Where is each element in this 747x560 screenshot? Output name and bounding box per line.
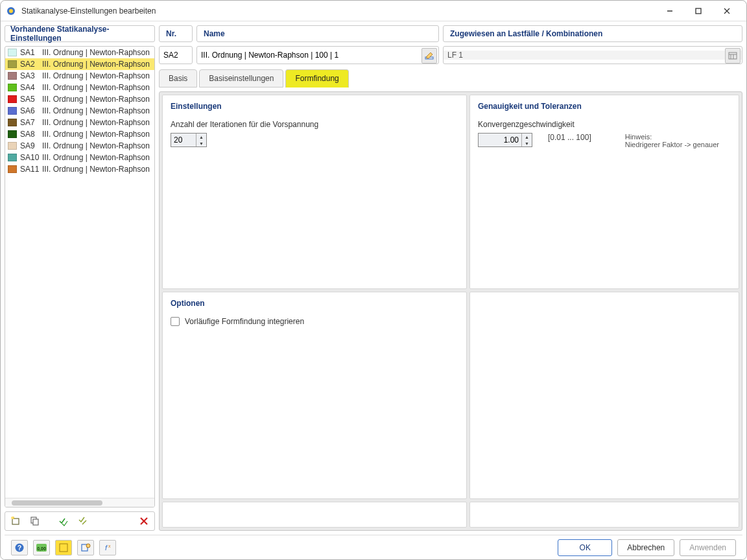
list-item-desc: III. Ordnung | Newton-Raphson | (42, 141, 152, 150)
tab-formfindung[interactable]: Formfindung (285, 69, 348, 88)
dialog-window: Statikanalyse-Einstellungen bearbeiten V… (0, 0, 747, 560)
maximize-button[interactable] (684, 2, 713, 20)
new-button[interactable] (8, 514, 23, 528)
note-head: Hinweis: (625, 133, 719, 141)
svg-rect-22 (60, 544, 67, 552)
color-swatch (8, 84, 17, 91)
list-item-code: SA6 (20, 106, 42, 115)
nr-input[interactable] (160, 51, 192, 60)
horizontal-scrollbar[interactable] (5, 498, 154, 507)
iterations-up-icon[interactable]: ▲ (196, 134, 206, 140)
iterations-stepper[interactable]: ▲ ▼ (171, 133, 207, 147)
prelim-checkbox[interactable] (171, 317, 180, 326)
precision-section: Genauigkeit und Toleranzen Konvergenzges… (469, 95, 739, 289)
list-item-desc: III. Ordnung | Newton-Raphson | (42, 118, 152, 127)
edit-name-icon[interactable] (421, 48, 437, 64)
sidebar-toolbar (5, 511, 155, 531)
tab-basis[interactable]: Basis (159, 69, 197, 88)
iterations-label: Anzahl der Iterationen für die Vorspannu… (171, 120, 458, 129)
list-item-desc: III. Ordnung | Newton-Raphson | (42, 130, 152, 139)
list-item-code: SA10 (20, 153, 42, 162)
list-item-desc: III. Ordnung | Newton-Raphson | (42, 106, 152, 115)
empty-card-bottom-right (469, 502, 739, 528)
list-item-code: SA7 (20, 118, 42, 127)
units-button[interactable]: 0,00 (33, 540, 50, 555)
speed-input[interactable] (479, 134, 521, 146)
list-item[interactable]: SA11III. Ordnung | Newton-Raphson | (5, 163, 154, 175)
assign-field[interactable] (443, 46, 742, 64)
color-swatch (8, 119, 17, 126)
list-item[interactable]: SA6III. Ordnung | Newton-Raphson | (5, 105, 154, 117)
color-swatch (8, 142, 17, 150)
list-item[interactable]: SA10III. Ordnung | Newton-Raphson | (5, 152, 154, 163)
titlebar: Statikanalyse-Einstellungen bearbeiten (1, 1, 746, 21)
svg-rect-9 (33, 519, 38, 525)
svg-text:x: x (108, 544, 111, 548)
minimize-button[interactable] (656, 2, 684, 20)
cancel-button[interactable]: Abbrechen (617, 539, 674, 556)
options-section: Optionen Vorläufige Formfindung integrie… (162, 292, 467, 499)
sidebar: Vorhandene Statikanalyse-Einstellungen S… (5, 25, 155, 531)
copy-button[interactable] (27, 514, 43, 528)
list-item[interactable]: SA2III. Ordnung | Newton-Raphson | (5, 58, 154, 70)
settings-section-title: Einstellungen (171, 102, 458, 111)
options-section-title: Optionen (171, 299, 458, 308)
svg-line-10 (82, 520, 86, 524)
list-item-desc: III. Ordnung | Newton-Raphson | (42, 153, 152, 162)
tabs: Basis Basiseinstellungen Formfindung (159, 68, 742, 88)
color-swatch (8, 130, 17, 138)
color-swatch (8, 154, 17, 161)
check-all-button[interactable] (56, 514, 71, 528)
formula-button[interactable]: fx (99, 540, 116, 555)
list-item[interactable]: SA8III. Ordnung | Newton-Raphson | (5, 128, 154, 140)
speed-down-icon[interactable]: ▼ (522, 140, 532, 146)
list-item[interactable]: SA3III. Ordnung | Newton-Raphson | (5, 70, 154, 82)
list-item-code: SA1 (20, 48, 42, 57)
tab-content: Einstellungen Anzahl der Iterationen für… (159, 91, 742, 531)
prelim-checkbox-label: Vorläufige Formfindung integrieren (185, 317, 304, 326)
preview-button[interactable] (77, 540, 94, 555)
svg-point-1 (9, 9, 13, 13)
prelim-checkbox-row[interactable]: Vorläufige Formfindung integrieren (171, 317, 458, 326)
tab-basiseinstellungen[interactable]: Basiseinstellungen (199, 69, 283, 88)
help-button[interactable]: ? (11, 540, 28, 555)
svg-rect-14 (729, 52, 737, 59)
delete-button[interactable] (136, 514, 152, 528)
name-input[interactable] (197, 51, 438, 60)
list-item-desc: III. Ordnung | Newton-Raphson | (42, 83, 152, 92)
list-item[interactable]: SA1III. Ordnung | Newton-Raphson | (5, 47, 154, 58)
list-item-desc: III. Ordnung | Newton-Raphson | (42, 48, 152, 57)
list-item[interactable]: SA7III. Ordnung | Newton-Raphson | (5, 117, 154, 128)
list-item[interactable]: SA9III. Ordnung | Newton-Raphson | (5, 140, 154, 152)
speed-range-hint: [0.01 ... 100] (548, 133, 591, 142)
color-button[interactable] (55, 540, 72, 555)
name-field[interactable] (196, 46, 439, 64)
list-item[interactable]: SA5III. Ordnung | Newton-Raphson | (5, 93, 154, 105)
ok-button[interactable]: OK (558, 539, 612, 556)
sidebar-header: Vorhandene Statikanalyse-Einstellungen (5, 25, 155, 42)
nr-field[interactable] (159, 46, 193, 64)
iterations-down-icon[interactable]: ▼ (196, 140, 206, 146)
settings-list-scroll[interactable]: SA1III. Ordnung | Newton-Raphson |SA2III… (5, 47, 154, 498)
svg-rect-6 (12, 519, 19, 524)
close-button[interactable] (713, 2, 741, 20)
empty-card-bottom-left (162, 502, 467, 528)
svg-point-24 (86, 544, 90, 548)
window-title: Statikanalyse-Einstellungen bearbeiten (21, 6, 656, 16)
iterations-input[interactable] (171, 134, 196, 146)
settings-list: SA1III. Ordnung | Newton-Raphson |SA2III… (5, 46, 155, 508)
apply-button[interactable]: Anwenden (680, 539, 736, 556)
list-item-code: SA3 (20, 71, 42, 80)
speed-up-icon[interactable]: ▲ (522, 134, 532, 140)
list-item-code: SA8 (20, 130, 42, 139)
assign-label: Zugewiesen an Lastfälle / Kombinationen (443, 25, 742, 42)
uncheck-all-button[interactable] (75, 514, 91, 528)
speed-label: Konvergenzgeschwindigkeit (478, 120, 731, 129)
list-item[interactable]: SA4III. Ordnung | Newton-Raphson | (5, 82, 154, 93)
assign-picker-icon[interactable] (725, 48, 741, 64)
speed-stepper[interactable]: ▲ ▼ (478, 133, 532, 147)
color-swatch (8, 95, 17, 103)
list-item-code: SA11 (20, 165, 42, 174)
assign-input[interactable] (444, 51, 742, 60)
empty-card-right (469, 292, 739, 499)
